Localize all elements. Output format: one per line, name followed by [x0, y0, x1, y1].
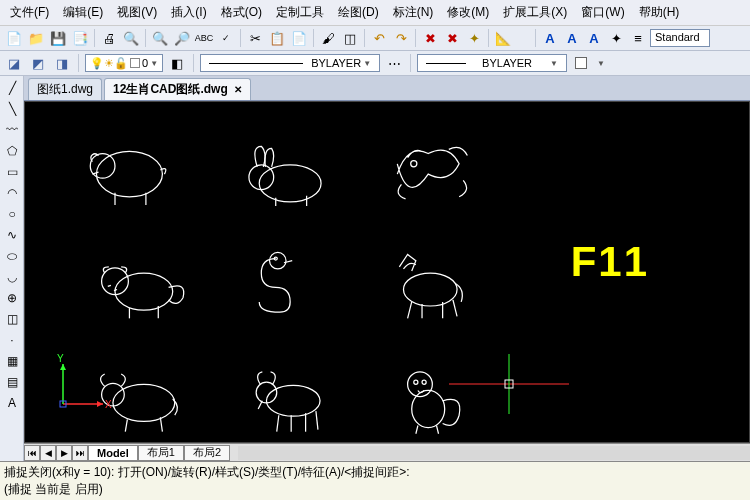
menu-edit[interactable]: 编辑(E): [57, 2, 109, 23]
properties-toolbar: ◪ ◩ ◨ 💡 ☀ 🔓 0 ▼ ◧ BYLAYER ▼ ⋯ BYLAYER ▼ …: [0, 51, 750, 76]
menu-file[interactable]: 文件(F): [4, 2, 55, 23]
new-button[interactable]: 📄: [4, 28, 24, 48]
save-button[interactable]: 💾: [48, 28, 68, 48]
text-find-button[interactable]: ABC: [194, 28, 214, 48]
menu-insert[interactable]: 插入(I): [165, 2, 212, 23]
circle-tool[interactable]: ○: [1, 204, 23, 224]
block-button[interactable]: ◫: [340, 28, 360, 48]
find-button[interactable]: 🔍: [150, 28, 170, 48]
last-layout-button[interactable]: ⏭: [72, 445, 88, 461]
xline-tool[interactable]: ╲: [1, 99, 23, 119]
measure-button[interactable]: 📐: [493, 28, 513, 48]
overlay-hint: F11: [571, 238, 649, 286]
lineweight-value: BYLAYER: [482, 57, 532, 69]
menu-format[interactable]: 格式(O): [215, 2, 268, 23]
paste-button[interactable]: 📄: [289, 28, 309, 48]
rectangle-tool[interactable]: ▭: [1, 162, 23, 182]
next-layout-button[interactable]: ▶: [56, 445, 72, 461]
polyline-tool[interactable]: 〰: [1, 120, 23, 140]
dimstyle-button[interactable]: A: [562, 28, 582, 48]
svg-point-33: [422, 380, 426, 384]
menu-window[interactable]: 窗口(W): [575, 2, 630, 23]
layout1-tab[interactable]: 布局1: [138, 445, 184, 461]
hatch-tool[interactable]: ▦: [1, 351, 23, 371]
layer-state-button[interactable]: ◩: [28, 53, 48, 73]
svg-marker-39: [60, 364, 66, 370]
layer-tool-button[interactable]: ◧: [167, 53, 187, 73]
linetype-value: BYLAYER: [311, 57, 361, 69]
menu-bar: 文件(F) 编辑(E) 视图(V) 插入(I) 格式(O) 定制工具 绘图(D)…: [0, 0, 750, 26]
layer-combo[interactable]: 💡 ☀ 🔓 0 ▼: [85, 54, 163, 72]
point-tool[interactable]: ·: [1, 330, 23, 350]
menu-extension-tools[interactable]: 扩展工具(X): [497, 2, 573, 23]
prev-layout-button[interactable]: ◀: [40, 445, 56, 461]
pointstyle-button[interactable]: ✦: [606, 28, 626, 48]
layer-manager-button[interactable]: ◪: [4, 53, 24, 73]
menu-modify[interactable]: 修改(M): [441, 2, 495, 23]
color-button[interactable]: [571, 53, 591, 73]
linetype-combo[interactable]: BYLAYER ▼: [200, 54, 380, 72]
drawing-canvas[interactable]: F11 X Y: [24, 101, 750, 443]
spell-check-button[interactable]: ✓: [216, 28, 236, 48]
polygon-tool[interactable]: ⬠: [1, 141, 23, 161]
first-layout-button[interactable]: ⏮: [24, 445, 40, 461]
tab-label: 12生肖CAD图纸.dwg: [113, 81, 228, 98]
arc-tool[interactable]: ◠: [1, 183, 23, 203]
insert-block-tool[interactable]: ⊕: [1, 288, 23, 308]
layout2-tab[interactable]: 布局2: [184, 445, 230, 461]
line-tool[interactable]: ╱: [1, 78, 23, 98]
redo-button[interactable]: ↷: [391, 28, 411, 48]
ellipse-tool[interactable]: ⬭: [1, 246, 23, 266]
menu-view[interactable]: 视图(V): [111, 2, 163, 23]
block-tool[interactable]: ◫: [1, 309, 23, 329]
horizontal-scrollbar[interactable]: [238, 446, 750, 460]
sun-icon: ☀: [104, 57, 114, 70]
properties-button[interactable]: ✦: [464, 28, 484, 48]
folder-button[interactable]: 📁: [26, 28, 46, 48]
zoom-button[interactable]: 🔎: [172, 28, 192, 48]
command-history-line: 捕捉关闭(x和y = 10): 打开(ON)/旋转(R)/样式(S)/类型(T)…: [4, 464, 746, 481]
spline-tool[interactable]: ∿: [1, 225, 23, 245]
document-tab[interactable]: 12生肖CAD图纸.dwg ✕: [104, 78, 251, 100]
menu-help[interactable]: 帮助(H): [633, 2, 686, 23]
cancel-button[interactable]: ✖: [420, 28, 440, 48]
menu-custom-tools[interactable]: 定制工具: [270, 2, 330, 23]
menu-annotation[interactable]: 标注(N): [387, 2, 440, 23]
chevron-down-icon: ▼: [363, 59, 371, 68]
close-icon[interactable]: ✕: [234, 84, 242, 95]
svg-text:Y: Y: [57, 354, 64, 364]
chevron-down-icon: ▼: [150, 59, 158, 68]
layer-previous-button[interactable]: ◨: [52, 53, 72, 73]
svg-point-15: [403, 273, 457, 306]
menu-draw[interactable]: 绘图(D): [332, 2, 385, 23]
copy-button[interactable]: 📋: [267, 28, 287, 48]
text-tool[interactable]: A: [1, 393, 23, 413]
svg-point-20: [113, 384, 175, 421]
workspace: ╱ ╲ 〰 ⬠ ▭ ◠ ○ ∿ ⬭ ◡ ⊕ ◫ · ▦ ▤ A 图纸1.dwg …: [0, 76, 750, 461]
ellipse-arc-tool[interactable]: ◡: [1, 267, 23, 287]
svg-line-35: [436, 426, 438, 434]
lineweight-combo[interactable]: BYLAYER ▼: [417, 54, 567, 72]
command-history-line: (捕捉 当前是 启用): [4, 481, 746, 498]
delete-button[interactable]: ✖: [442, 28, 462, 48]
svg-point-0: [96, 151, 162, 196]
draw-toolbar: ╱ ╲ 〰 ⬠ ▭ ◠ ○ ∿ ⬭ ◡ ⊕ ◫ · ▦ ▤ A: [0, 76, 24, 461]
mlinestyle-button[interactable]: ≡: [628, 28, 648, 48]
model-tab[interactable]: Model: [88, 445, 138, 461]
region-tool[interactable]: ▤: [1, 372, 23, 392]
svg-marker-37: [97, 401, 103, 407]
cut-button[interactable]: ✂: [245, 28, 265, 48]
tablestyle-button[interactable]: A: [584, 28, 604, 48]
svg-line-26: [277, 415, 279, 431]
document-tab[interactable]: 图纸1.dwg: [28, 78, 102, 100]
format-painter-button[interactable]: 🖌: [318, 28, 338, 48]
undo-button[interactable]: ↶: [369, 28, 389, 48]
command-window[interactable]: 捕捉关闭(x和y = 10): 打开(ON)/旋转(R)/样式(S)/类型(T)…: [0, 461, 750, 500]
svg-point-8: [411, 161, 417, 167]
preview-button[interactable]: 🔍: [121, 28, 141, 48]
style-combo[interactable]: Standard: [650, 29, 710, 47]
print-button[interactable]: 🖨: [99, 28, 119, 48]
save-all-button[interactable]: 📑: [70, 28, 90, 48]
lineweight-button[interactable]: ⋯: [384, 53, 404, 73]
textstyle-button[interactable]: A: [540, 28, 560, 48]
